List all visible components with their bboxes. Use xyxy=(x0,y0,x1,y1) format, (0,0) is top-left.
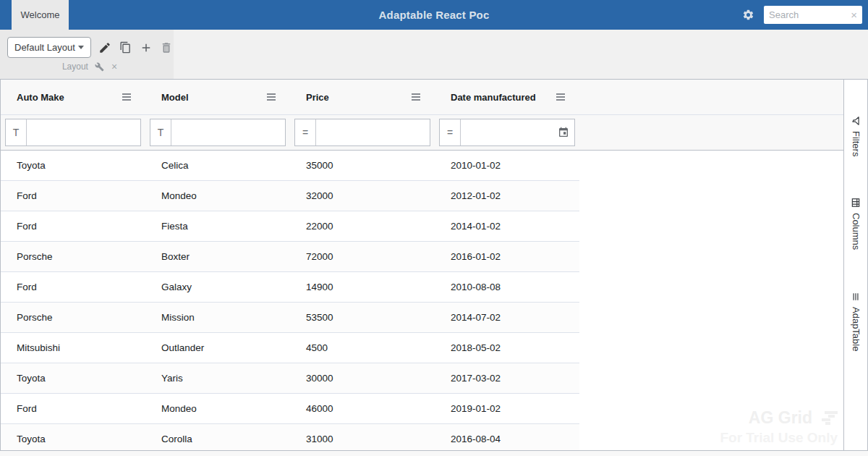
menu-bars-icon xyxy=(851,292,861,302)
grid-cell: Celica xyxy=(145,160,290,171)
table-row[interactable]: Ford Galaxy 14900 2010-08-08 xyxy=(1,272,579,303)
grid-cell: 2016-01-02 xyxy=(435,251,579,262)
side-tab-label: Columns xyxy=(851,213,861,250)
layout-toolbar-row: Default Layout xyxy=(7,37,174,58)
grid-cell: 30000 xyxy=(290,373,435,384)
header-actions: × xyxy=(742,0,862,30)
side-tab-columns[interactable]: Columns xyxy=(851,198,861,250)
table-row[interactable]: Toyota Celica 35000 2010-01-02 xyxy=(1,151,579,181)
grid-cell: Mondeo xyxy=(145,190,290,201)
side-panel-tabs: Filters Columns AdapTable xyxy=(843,80,868,450)
grid-cell: 14900 xyxy=(290,282,435,292)
table-row[interactable]: Ford Mondeo 46000 2019-01-02 xyxy=(1,394,579,424)
column-header[interactable]: Date manufactured xyxy=(435,80,579,114)
grid-cell: 2017-03-02 xyxy=(435,373,579,384)
grid-cell: Mission xyxy=(145,312,290,323)
floating-filter[interactable]: = xyxy=(294,119,430,146)
table-row[interactable]: Mitsubishi Outlander 4500 2018-05-02 xyxy=(1,333,579,363)
tab-welcome[interactable]: Welcome xyxy=(12,0,69,30)
add-plus-icon[interactable] xyxy=(139,41,153,55)
grid-cell: 2010-08-08 xyxy=(435,282,579,292)
column-header-label: Date manufactured xyxy=(451,92,536,103)
search-box[interactable]: × xyxy=(764,6,862,24)
dashboard-strip: Default Layout Layout × xyxy=(0,30,868,80)
data-grid: Auto Make Model Price Date manufactured … xyxy=(0,80,868,450)
layout-panel-label: Layout xyxy=(62,62,88,72)
delete-trash-icon[interactable] xyxy=(160,41,174,55)
grid-cell: 72000 xyxy=(290,251,435,262)
side-tab-filters[interactable]: Filters xyxy=(851,116,861,156)
grid-cell: Mitsubishi xyxy=(1,342,145,353)
grid-cell: 22000 xyxy=(290,221,435,232)
filter-input[interactable] xyxy=(461,119,558,145)
grid-cell: Porsche xyxy=(1,251,145,262)
layout-select[interactable]: Default Layout xyxy=(7,37,91,58)
grid-header-row: Auto Make Model Price Date manufactured xyxy=(1,80,843,115)
column-header[interactable]: Price xyxy=(290,80,435,114)
table-row[interactable]: Ford Fiesta 22000 2014-01-02 xyxy=(1,211,579,242)
layout-panel-footer: Layout × xyxy=(7,61,172,72)
grid-cell: Ford xyxy=(1,190,145,201)
wrench-icon[interactable] xyxy=(95,62,105,72)
filter-input[interactable] xyxy=(316,119,430,145)
grid-cell: Ford xyxy=(1,221,145,232)
layout-select-value: Default Layout xyxy=(14,42,75,53)
column-menu-icon[interactable] xyxy=(122,93,131,101)
grid-cell: 46000 xyxy=(290,403,435,414)
grid-cell: Ford xyxy=(1,282,145,292)
columns-icon xyxy=(851,198,861,208)
filter-type-icon: T xyxy=(6,119,27,145)
grid-cell: Toyota xyxy=(1,373,145,384)
grid-cell: Galaxy xyxy=(145,282,290,292)
grid-cell: 35000 xyxy=(290,160,435,171)
column-header-label: Model xyxy=(161,92,189,103)
edit-pencil-icon[interactable] xyxy=(98,41,111,55)
search-input[interactable] xyxy=(769,9,851,20)
floating-filter[interactable]: T xyxy=(150,119,286,146)
side-tab-label: Filters xyxy=(851,131,861,156)
column-header-label: Auto Make xyxy=(17,92,64,103)
calendar-icon[interactable] xyxy=(558,119,574,145)
filter-funnel-icon xyxy=(851,116,861,126)
column-menu-icon[interactable] xyxy=(412,93,420,101)
grid-cell: 2014-01-02 xyxy=(435,221,579,232)
grid-cell: Toyota xyxy=(1,434,145,444)
grid-cell: 31000 xyxy=(290,434,435,444)
grid-cell: 2018-05-02 xyxy=(435,342,579,353)
chevron-down-icon xyxy=(78,46,84,49)
layout-toolbar-panel: Default Layout Layout × xyxy=(0,30,174,79)
filter-input[interactable] xyxy=(171,119,285,145)
table-row[interactable]: Porsche Boxter 72000 2016-01-02 xyxy=(1,242,579,272)
horizontal-scrollbar[interactable] xyxy=(0,450,868,456)
column-header[interactable]: Auto Make xyxy=(1,80,145,114)
floating-filter[interactable]: = xyxy=(439,119,575,146)
settings-gear-icon[interactable] xyxy=(742,9,754,21)
table-row[interactable]: Ford Mondeo 32000 2012-01-02 xyxy=(1,181,579,211)
grid-cell: Corolla xyxy=(145,434,290,444)
panel-close-icon[interactable]: × xyxy=(111,61,117,72)
table-row[interactable]: Toyota Yaris 30000 2017-03-02 xyxy=(1,363,579,394)
grid-cell: Porsche xyxy=(1,312,145,323)
column-menu-icon[interactable] xyxy=(267,93,276,101)
grid-main-viewport: Auto Make Model Price Date manufactured … xyxy=(1,80,843,450)
clone-icon[interactable] xyxy=(119,41,132,55)
side-tab-adaptable[interactable]: AdapTable xyxy=(851,292,861,351)
grid-cell: Outlander xyxy=(145,342,290,353)
grid-cell: Yaris xyxy=(145,373,290,384)
tab-welcome-label: Welcome xyxy=(21,9,60,20)
table-row[interactable]: Porsche Mission 53500 2014-07-02 xyxy=(1,303,579,333)
grid-cell: Ford xyxy=(1,403,145,414)
floating-filter[interactable]: T xyxy=(5,119,141,146)
grid-cell: 32000 xyxy=(290,190,435,201)
grid-cell: Toyota xyxy=(1,160,145,171)
column-menu-icon[interactable] xyxy=(556,93,565,101)
filter-input[interactable] xyxy=(27,119,140,145)
grid-cell: 2014-07-02 xyxy=(435,312,579,323)
grid-cell: 4500 xyxy=(290,342,435,353)
table-row[interactable]: Toyota Corolla 31000 2016-08-04 xyxy=(1,424,579,450)
grid-cell: 2010-01-02 xyxy=(435,160,579,171)
grid-body: Toyota Celica 35000 2010-01-02 Ford Mond… xyxy=(1,151,843,450)
search-clear-icon[interactable]: × xyxy=(851,9,857,20)
column-header[interactable]: Model xyxy=(145,80,290,114)
grid-cell: 2019-01-02 xyxy=(435,403,579,414)
